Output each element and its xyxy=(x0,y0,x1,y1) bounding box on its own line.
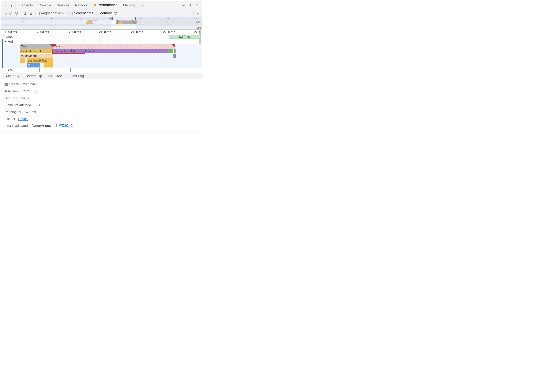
devtools-window: Elements Console Sources Network Perform… xyxy=(1,1,202,132)
flamechart-area[interactable]: 1950 ms 2000 ms 2050 ms 2100 ms 2150 ms … xyxy=(1,30,202,73)
overview-strip[interactable]: 500 ms 1000 ms 1500 ms 2000 ms 2500 ms 3… xyxy=(1,17,202,30)
gpu-row: GPU xyxy=(1,68,202,73)
details-tabstrip: Summary Bottom-Up Call Tree Event Log xyxy=(1,73,202,79)
net-label: NET xyxy=(196,27,201,29)
gpu-label[interactable]: GPU xyxy=(1,68,20,73)
svg-rect-3 xyxy=(95,4,95,5)
inspect-element-icon[interactable] xyxy=(4,4,7,7)
flame-evaluate-script[interactable]: Evaluate Script xyxy=(20,49,53,53)
tab-memory[interactable]: Memory xyxy=(120,1,138,9)
tab-summary[interactable]: Summary xyxy=(1,73,22,79)
flame-task[interactable]: Task xyxy=(20,44,53,49)
disclosure-triangle-icon xyxy=(3,69,5,71)
tab-bottom-up[interactable]: Bottom-Up xyxy=(22,73,45,79)
upload-icon[interactable] xyxy=(23,11,27,15)
devtools-tabstrip: Elements Console Sources Network Perform… xyxy=(1,1,202,9)
self-time-label: Self Time xyxy=(5,96,18,100)
flame-task-long[interactable]: Task xyxy=(53,44,175,49)
svg-point-5 xyxy=(183,5,184,6)
flame-slice[interactable] xyxy=(44,63,53,67)
summary-title: Recalculate Style xyxy=(5,82,199,86)
summary-pane: Recalculate Style Total Time55.20 ms Sel… xyxy=(1,79,202,132)
first-invalidated: First Invalidated (anonymous) @ VM262:1 xyxy=(5,124,199,128)
frames-label: Frames xyxy=(1,34,20,39)
devtools-tabs: Elements Console Sources Network Perform… xyxy=(16,1,179,9)
main-track-header[interactable]: Main xyxy=(4,39,202,44)
close-devtools-icon[interactable] xyxy=(195,4,199,7)
frame-block[interactable]: 116.7 ms xyxy=(169,35,200,39)
memory-checkbox[interactable]: Memory xyxy=(95,11,112,15)
svg-point-9 xyxy=(4,12,6,14)
total-time-value: 55.20 ms xyxy=(22,89,36,93)
svg-rect-4 xyxy=(95,5,95,5)
tab-sources[interactable]: Sources xyxy=(54,1,72,9)
main-bracket xyxy=(2,39,3,68)
kebab-menu-icon[interactable] xyxy=(188,4,192,7)
disclosure-triangle-icon xyxy=(5,41,7,43)
toggle-device-icon[interactable] xyxy=(9,4,13,7)
cpu-label: CPU xyxy=(196,21,201,23)
trash-icon[interactable] xyxy=(114,11,117,15)
svg-point-7 xyxy=(190,5,191,6)
flame-slice[interactable] xyxy=(20,58,25,63)
initiator-reveal-link[interactable]: Reveal xyxy=(18,117,28,121)
warning-icon xyxy=(93,3,96,7)
tabs-overflow-button[interactable]: » xyxy=(138,1,146,9)
tab-performance[interactable]: Performance xyxy=(90,1,120,9)
svg-point-8 xyxy=(190,6,191,7)
record-icon[interactable] xyxy=(3,11,7,15)
elements-affected-label: Elements Affected xyxy=(5,103,31,107)
pending-for-value: 14.5 ms xyxy=(24,110,36,114)
flame-parse-html[interactable]: P…L xyxy=(27,63,40,67)
flame-layout[interactable]: Layout xyxy=(84,49,168,53)
separator xyxy=(193,11,194,15)
performance-toolbar: jlwagner.net #1 Screenshots Memory xyxy=(1,9,202,17)
elements-affected-value: 1520 xyxy=(34,103,41,107)
download-icon[interactable] xyxy=(29,11,33,15)
svg-rect-2 xyxy=(12,5,13,7)
first-invalidated-source-link[interactable]: VM262:1 xyxy=(59,124,73,128)
self-time-value: 19 µs xyxy=(21,96,29,100)
main-flamechart[interactable]: Task Task Evaluate Script Recalculate St… xyxy=(4,44,202,68)
clear-icon[interactable] xyxy=(14,11,18,15)
timeline-ruler: 1950 ms 2000 ms 2050 ms 2100 ms 2150 ms … xyxy=(1,30,202,34)
screenshots-checkbox[interactable]: Screenshots xyxy=(70,11,93,15)
tab-call-tree[interactable]: Call Tree xyxy=(45,73,65,79)
pending-for-label: Pending for xyxy=(5,110,21,114)
initiator-label: Initiator xyxy=(5,117,15,121)
flame-recalculate-style[interactable]: Recalculate Style xyxy=(53,49,84,53)
recording-select[interactable]: jlwagner.net #1 xyxy=(38,10,68,16)
frames-row: Frames 116.7 ms xyxy=(1,34,202,39)
svg-rect-13 xyxy=(133,21,136,24)
capture-settings-gear-icon[interactable] xyxy=(196,11,200,15)
flame-anonymous[interactable]: (anonymous) xyxy=(20,54,53,58)
tab-network[interactable]: Network xyxy=(72,1,90,9)
purple-swatch-icon xyxy=(5,83,8,86)
checkbox-icon xyxy=(95,12,98,15)
checkbox-icon xyxy=(70,12,73,15)
separator xyxy=(35,11,36,15)
settings-gear-icon[interactable] xyxy=(182,4,186,7)
flame-paint[interactable] xyxy=(168,49,173,53)
top-right-controls xyxy=(179,1,202,9)
tab-elements[interactable]: Elements xyxy=(16,1,36,9)
svg-point-6 xyxy=(190,4,191,5)
flame-paint[interactable] xyxy=(174,49,176,53)
total-time-label: Total Time xyxy=(5,89,19,93)
flame-slice[interactable] xyxy=(174,54,176,58)
svg-point-11 xyxy=(197,13,198,14)
tab-event-log[interactable]: Event Log xyxy=(65,73,87,79)
recording-select-input[interactable]: jlwagner.net #1 xyxy=(38,10,66,16)
reload-icon[interactable] xyxy=(9,11,13,15)
inspect-tools xyxy=(1,1,16,9)
flame-set-innerhtml[interactable]: set innerHTML xyxy=(27,58,53,63)
tab-console[interactable]: Console xyxy=(36,1,54,9)
